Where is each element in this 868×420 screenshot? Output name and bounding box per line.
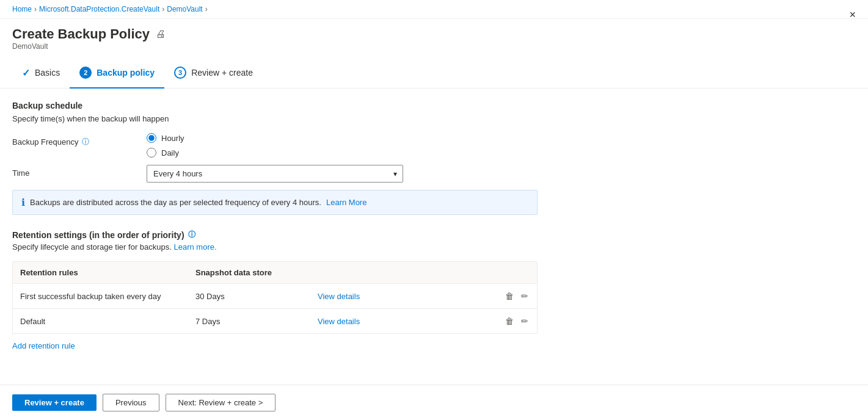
tab-review-create-number: 3	[174, 67, 186, 79]
row1-edit-button[interactable]: ✏	[520, 290, 530, 302]
retention-settings: Retention settings (in the order of prio…	[12, 230, 538, 350]
breadcrumb-demo-vault[interactable]: DemoVault	[167, 5, 202, 13]
breadcrumb-home[interactable]: Home	[12, 5, 32, 13]
table-header: Retention rules Snapshot data store	[13, 262, 537, 284]
radio-hourly-label: Hourly	[161, 134, 184, 143]
row2-snapshot: 7 Days	[195, 317, 318, 326]
breadcrumb: Home › Microsoft.DataProtection.CreateVa…	[0, 0, 868, 19]
retention-table: Retention rules Snapshot data store Firs…	[12, 261, 538, 334]
time-label: Time	[12, 165, 147, 178]
frequency-info-icon[interactable]: ⓘ	[82, 137, 89, 147]
retention-desc: Specify lifecycle and storage tier for b…	[12, 242, 538, 252]
main-content: Backup schedule Specify time(s) when the…	[0, 89, 550, 363]
row1-rule: First successful backup taken every day	[20, 292, 195, 301]
row1-delete-button[interactable]: 🗑	[504, 290, 515, 302]
tab-backup-policy[interactable]: 2 Backup policy	[70, 58, 164, 89]
time-row: Time Every 4 hours Every 6 hours Every 8…	[12, 165, 538, 183]
tab-backup-policy-label: Backup policy	[97, 68, 155, 78]
row2-view-details[interactable]: View details	[318, 317, 360, 326]
review-create-button[interactable]: Review + create	[12, 394, 97, 411]
radio-daily[interactable]: Daily	[147, 148, 538, 158]
footer: Review + create Previous Next: Review + …	[0, 385, 868, 420]
radio-hourly[interactable]: Hourly	[147, 133, 538, 143]
tab-navigation: ✓ Basics 2 Backup policy 3 Review + crea…	[0, 58, 868, 89]
info-banner: ℹ Backups are distributed across the day…	[12, 190, 538, 215]
tab-basics[interactable]: ✓ Basics	[12, 59, 70, 89]
radio-daily-label: Daily	[161, 148, 179, 158]
time-select-wrapper: Every 4 hours Every 6 hours Every 8 hour…	[147, 165, 538, 183]
info-learn-more-link[interactable]: Learn More	[326, 198, 367, 207]
close-button[interactable]: ×	[849, 9, 856, 21]
tab-backup-policy-number: 2	[79, 67, 92, 79]
page-title: Create Backup Policy	[12, 26, 150, 42]
retention-learn-more-link[interactable]: Learn more.	[173, 242, 216, 252]
row2-rule: Default	[20, 317, 195, 326]
info-banner-text: Backups are distributed across the day a…	[30, 198, 321, 207]
backup-frequency-label: Backup Frequency ⓘ	[12, 133, 147, 147]
previous-button[interactable]: Previous	[103, 394, 159, 411]
retention-info-icon[interactable]: ⓘ	[188, 230, 195, 240]
tab-basics-label: Basics	[35, 68, 60, 78]
table-row: Default 7 Days View details 🗑 ✏	[13, 309, 537, 333]
col-retention-rules: Retention rules	[20, 268, 195, 277]
row2-delete-button[interactable]: 🗑	[504, 315, 515, 327]
col-snapshot: Snapshot data store	[195, 268, 318, 277]
table-row: First successful backup taken every day …	[13, 284, 537, 309]
add-retention-rule-link[interactable]: Add retention rule	[12, 341, 75, 350]
tab-review-create[interactable]: 3 Review + create	[164, 58, 263, 89]
radio-hourly-input[interactable]	[147, 133, 156, 143]
breadcrumb-create-vault[interactable]: Microsoft.DataProtection.CreateVault	[39, 5, 159, 13]
row1-actions: 🗑 ✏	[493, 290, 530, 302]
backup-frequency-row: Backup Frequency ⓘ Hourly Daily	[12, 133, 538, 158]
row2-edit-button[interactable]: ✏	[520, 315, 530, 327]
row1-snapshot: 30 Days	[195, 292, 318, 301]
row2-actions: 🗑 ✏	[493, 315, 530, 327]
backup-frequency-options: Hourly Daily	[147, 133, 538, 158]
print-icon[interactable]: 🖨	[156, 29, 166, 40]
page-header: Create Backup Policy 🖨	[0, 19, 868, 42]
time-select[interactable]: Every 4 hours Every 6 hours Every 8 hour…	[147, 165, 403, 183]
radio-daily-input[interactable]	[147, 148, 156, 158]
backup-schedule-desc: Specify time(s) when the backup will hap…	[12, 114, 538, 123]
tab-review-create-label: Review + create	[191, 68, 253, 78]
tab-check-icon: ✓	[22, 67, 30, 79]
retention-title: Retention settings (in the order of prio…	[12, 230, 538, 240]
next-button[interactable]: Next: Review + create >	[166, 394, 276, 411]
info-circle-icon: ℹ	[21, 197, 25, 208]
row1-view-details[interactable]: View details	[318, 292, 360, 301]
backup-schedule-title: Backup schedule	[12, 101, 538, 110]
page-subtitle: DemoVault	[0, 42, 868, 58]
time-dropdown-wrapper: Every 4 hours Every 6 hours Every 8 hour…	[147, 165, 403, 183]
